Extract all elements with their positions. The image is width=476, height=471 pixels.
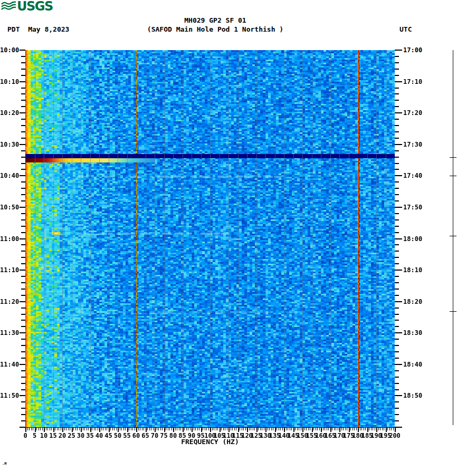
y-tick-right: [395, 219, 399, 220]
x-tick: [183, 428, 184, 432]
y-tick-left: [21, 69, 25, 70]
x-tick: [120, 428, 120, 430]
x-tick: [345, 428, 346, 430]
y-tick-left: [21, 56, 25, 57]
x-tick: [234, 428, 235, 430]
x-tick: [229, 428, 230, 432]
x-tick: [265, 428, 266, 432]
y-tick-right: [395, 276, 399, 277]
event-marker-tick: [450, 311, 456, 312]
y-tick-right: [395, 232, 399, 233]
x-tick: [172, 428, 172, 430]
x-tick: [302, 428, 303, 432]
y-tick-left: [21, 119, 25, 120]
x-tick: [64, 428, 65, 430]
x-tick: [149, 428, 150, 430]
x-tick: [27, 428, 28, 430]
x-tick: [73, 428, 74, 430]
spectrogram-heatmap: [25, 50, 395, 427]
x-tick: [312, 428, 313, 432]
x-tick: [253, 428, 253, 430]
x-tick: [186, 428, 187, 430]
x-tick: [371, 428, 372, 430]
x-tick: [147, 428, 148, 430]
y-axis-right-label: 18:00: [403, 235, 422, 243]
y-tick-right: [395, 69, 399, 70]
x-tick: [179, 428, 179, 430]
x-tick: [44, 428, 45, 432]
x-tick: [360, 428, 360, 430]
x-tick: [288, 428, 288, 430]
x-tick: [46, 428, 46, 430]
x-tick: [110, 428, 111, 430]
x-tick: [280, 428, 281, 430]
y-tick-right: [395, 408, 399, 409]
x-tick: [25, 428, 26, 432]
y-tick-left: [20, 50, 25, 51]
y-tick-right: [395, 157, 399, 158]
y-tick-left: [21, 125, 25, 126]
event-marker-tick: [450, 157, 456, 158]
y-axis-right-label: 17:30: [403, 141, 422, 148]
x-tick: [61, 428, 61, 430]
y-tick-left: [20, 238, 25, 239]
y-tick-left: [21, 244, 25, 245]
x-tick: [317, 428, 318, 430]
x-tick: [140, 428, 140, 430]
x-tick: [349, 428, 350, 432]
x-tick: [350, 428, 351, 430]
y-tick-left: [20, 175, 25, 176]
y-axis-right-label: 17:40: [403, 172, 422, 179]
y-tick-right: [395, 75, 399, 76]
y-tick-left: [21, 200, 25, 201]
x-tick: [158, 428, 159, 430]
x-tick: [260, 428, 261, 430]
x-tick: [347, 428, 347, 430]
x-tick: [164, 428, 165, 432]
x-tick: [157, 428, 157, 430]
x-tick: [364, 428, 364, 430]
y-tick-left: [21, 138, 25, 139]
x-tick: [51, 428, 52, 430]
x-tick: [81, 428, 82, 432]
x-tick: [271, 428, 272, 430]
y-axis-right-label: 17:10: [403, 78, 422, 85]
x-tick: [96, 428, 96, 430]
x-tick: [121, 428, 122, 430]
x-tick: [264, 428, 264, 430]
x-tick: [79, 428, 80, 430]
x-tick: [99, 428, 100, 432]
x-tick: [29, 428, 30, 430]
y-tick-left: [21, 226, 25, 227]
y-tick-right: [395, 257, 399, 258]
x-tick: [284, 428, 285, 432]
x-tick: [160, 428, 161, 430]
x-tick: [395, 428, 396, 432]
x-tick: [138, 428, 139, 430]
x-tick: [336, 428, 336, 430]
y-tick-left: [21, 383, 25, 384]
y-tick-left: [21, 88, 25, 89]
y-tick-right: [395, 207, 402, 208]
y-tick-left: [21, 351, 25, 352]
y-tick-left: [20, 81, 25, 82]
y-axis-right-label: 18:30: [403, 329, 422, 337]
x-tick: [62, 428, 63, 432]
x-tick: [332, 428, 332, 430]
y-tick-right: [395, 389, 399, 390]
y-axis-left-label: 10:00: [0, 46, 18, 54]
y-tick-right: [395, 50, 402, 51]
x-tick: [103, 428, 103, 430]
x-tick: [251, 428, 251, 430]
y-tick-left: [20, 427, 25, 428]
y-tick-right: [395, 427, 402, 428]
x-tick: [319, 428, 320, 430]
x-tick: [279, 428, 279, 430]
x-tick: [376, 428, 377, 432]
y-tick-right: [395, 119, 399, 120]
x-tick: [47, 428, 48, 430]
y-tick-right: [395, 163, 399, 164]
x-tick: [169, 428, 170, 430]
x-tick: [256, 428, 258, 432]
x-tick: [323, 428, 323, 430]
